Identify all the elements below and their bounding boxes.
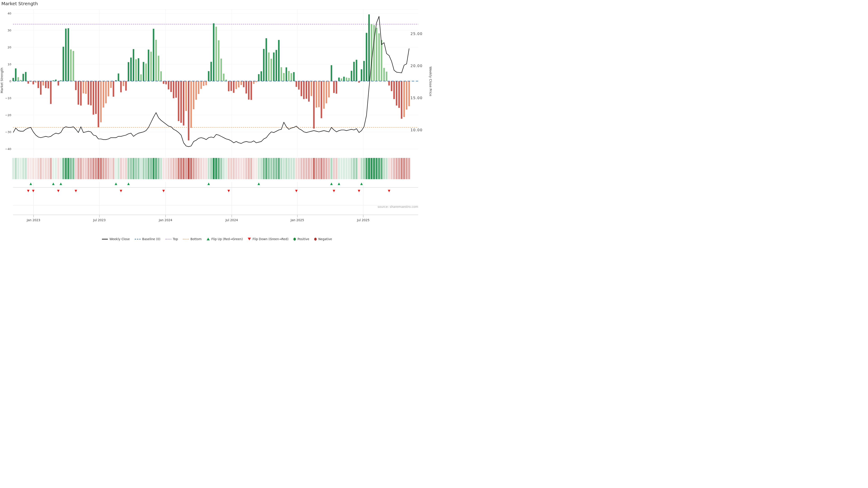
legend-item: Bottom bbox=[183, 237, 202, 241]
legend-dotted-icon bbox=[183, 239, 189, 239]
legend-line-icon bbox=[102, 239, 108, 239]
x-axis-tick-label: Jul 2023 bbox=[93, 218, 105, 222]
legend-label: Positive bbox=[298, 237, 309, 241]
legend-circle-icon bbox=[293, 238, 296, 240]
legend-item: Weekly Close bbox=[102, 237, 130, 241]
x-axis-tick-label: Jan 2024 bbox=[159, 218, 172, 222]
legend-label: Baseline (0) bbox=[142, 237, 160, 241]
legend-label: Negative bbox=[318, 237, 332, 241]
legend-label: Flip Down (Green→Red) bbox=[252, 237, 288, 241]
y-axis-tick-label: −30 bbox=[1, 130, 11, 134]
legend-item: Baseline (0) bbox=[135, 237, 160, 241]
legend-item: Top bbox=[165, 237, 178, 241]
market-strength-page: { "title": "Market Strength", "source": … bbox=[0, 0, 434, 244]
market-strength-chart: Market Strength Market Strength Weekly C… bbox=[0, 0, 434, 244]
right-axis-title: Weekly Close Price bbox=[429, 64, 432, 98]
x-axis-tick-label: Jan 2023 bbox=[27, 218, 40, 222]
legend-tri-up-icon bbox=[207, 238, 210, 240]
x-axis-tick-label: Jan 2025 bbox=[291, 218, 304, 222]
legend-label: Flip Up (Red→Green) bbox=[211, 237, 243, 241]
y-axis-tick-label: −40 bbox=[1, 147, 11, 151]
y-axis-tick-label: 0 bbox=[1, 79, 11, 83]
y-axis-tick-label: −10 bbox=[1, 96, 11, 100]
legend-item: Flip Down (Green→Red) bbox=[248, 237, 288, 241]
x-axis-tick-label: Jul 2025 bbox=[357, 218, 370, 222]
legend-tri-down-icon bbox=[248, 238, 251, 240]
y-axis-tick-label: 10 bbox=[1, 63, 11, 66]
legend-circle-icon bbox=[314, 238, 317, 240]
x-axis-tick-label: Jul 2024 bbox=[225, 218, 238, 222]
source-credit: source: sharemaestro.com bbox=[377, 205, 418, 208]
legend-dotted-icon bbox=[165, 239, 171, 239]
price-axis-tick-label: 20.00 bbox=[410, 64, 423, 68]
price-axis-tick-label: 10.00 bbox=[410, 128, 423, 132]
y-axis-tick-label: 40 bbox=[1, 12, 11, 15]
legend-item: Negative bbox=[314, 237, 332, 241]
chart-canvas bbox=[0, 0, 434, 244]
price-axis-tick-label: 25.00 bbox=[410, 32, 423, 36]
legend: Weekly CloseBaseline (0)TopBottomFlip Up… bbox=[0, 237, 434, 241]
legend-item: Flip Up (Red→Green) bbox=[207, 237, 243, 241]
legend-label: Weekly Close bbox=[110, 237, 130, 241]
y-axis-tick-label: −20 bbox=[1, 113, 11, 117]
legend-label: Top bbox=[173, 237, 178, 241]
y-axis-tick-label: 30 bbox=[1, 29, 11, 32]
legend-label: Bottom bbox=[190, 237, 202, 241]
price-axis-tick-label: 15.00 bbox=[410, 96, 423, 100]
legend-dashed-icon bbox=[135, 239, 141, 239]
legend-item: Positive bbox=[293, 237, 309, 241]
y-axis-tick-label: 20 bbox=[1, 46, 11, 49]
chart-title: Market Strength bbox=[1, 1, 38, 6]
